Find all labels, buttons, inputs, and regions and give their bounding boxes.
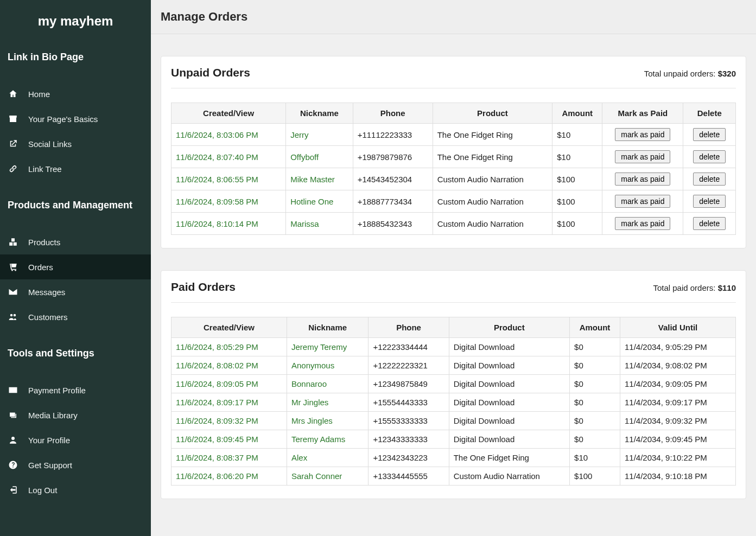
card-header: Unpaid Orders Total unpaid orders: $320 (171, 66, 736, 88)
order-amount: $10 (570, 449, 620, 467)
unpaid-total-label: Total unpaid orders: (644, 69, 718, 78)
order-phone: +12343333333 (369, 430, 449, 449)
order-phone: +19879879876 (353, 146, 433, 168)
delete-button[interactable]: delete (693, 150, 726, 163)
order-valid-until: 11/4/2034, 9:09:17 PM (620, 393, 735, 412)
users-icon (8, 311, 18, 322)
order-valid-until: 11/4/2034, 9:09:05 PM (620, 375, 735, 393)
order-nickname-link[interactable]: Mike Master (286, 168, 353, 190)
column-header: Mark as Paid (602, 103, 683, 124)
sidebar-item-home[interactable]: Home (0, 81, 151, 106)
order-product: The One Fidget Ring (449, 449, 569, 467)
delete-button[interactable]: delete (693, 173, 726, 186)
mark-as-paid-button[interactable]: mark as paid (615, 173, 670, 186)
order-phone: +13334445555 (369, 467, 449, 486)
main: Manage Orders Unpaid Orders Total unpaid… (151, 0, 756, 536)
order-created-link[interactable]: 11/6/2024, 8:09:58 PM (171, 190, 286, 213)
table-row: 11/6/2024, 8:06:55 PMMike Master+1454345… (171, 168, 736, 190)
card-header: Paid Orders Total paid orders: $110 (171, 280, 736, 303)
topbar: Manage Orders (151, 0, 756, 34)
sidebar-item-products[interactable]: Products (0, 229, 151, 254)
sidebar-item-log-out[interactable]: Log Out (0, 477, 151, 502)
table-row: 11/6/2024, 8:03:06 PMJerry+11112223333Th… (171, 124, 736, 146)
table-row: 11/6/2024, 8:10:14 PMMarissa+18885432343… (171, 213, 736, 235)
nav-item-label: Payment Profile (28, 386, 86, 395)
mark-cell: mark as paid (602, 168, 683, 190)
logout-icon (8, 484, 18, 495)
order-product: Custom Audio Narration (433, 168, 552, 190)
order-created-link[interactable]: 11/6/2024, 8:09:32 PM (171, 412, 287, 430)
delete-cell: delete (683, 213, 736, 235)
order-nickname-link[interactable]: Teremy Adams (287, 430, 368, 449)
table-row: 11/6/2024, 8:07:40 PMOffyboff+1987987987… (171, 146, 736, 168)
mark-as-paid-button[interactable]: mark as paid (615, 195, 670, 208)
order-created-link[interactable]: 11/6/2024, 8:08:02 PM (171, 356, 287, 375)
nav-item-label: Products (28, 238, 60, 247)
order-created-link[interactable]: 11/6/2024, 8:09:17 PM (171, 393, 287, 412)
delete-button[interactable]: delete (693, 217, 726, 230)
nav-item-label: Media Library (28, 411, 78, 420)
order-nickname-link[interactable]: Jeremy Teremy (287, 338, 368, 356)
order-amount: $0 (570, 375, 620, 393)
sidebar-item-payment-profile[interactable]: Payment Profile (0, 378, 151, 403)
order-nickname-link[interactable]: Offyboff (286, 146, 353, 168)
card-icon (8, 385, 18, 395)
order-nickname-link[interactable]: Jerry (286, 124, 353, 146)
nav-item-label: Social Links (28, 139, 72, 149)
mark-as-paid-button[interactable]: mark as paid (615, 150, 670, 163)
nav-item-label: Customers (28, 312, 68, 322)
table-row: 11/6/2024, 8:06:20 PMSarah Conner+133344… (171, 467, 736, 486)
order-created-link[interactable]: 11/6/2024, 8:09:45 PM (171, 430, 287, 449)
table-row: 11/6/2024, 8:09:58 PMHotline One+1888777… (171, 190, 736, 213)
order-phone: +18887773434 (353, 190, 433, 213)
order-nickname-link[interactable]: Hotline One (286, 190, 353, 213)
mark-cell: mark as paid (602, 146, 683, 168)
table-row: 11/6/2024, 8:08:37 PMAlex+12342343223The… (171, 449, 736, 467)
order-created-link[interactable]: 11/6/2024, 8:09:05 PM (171, 375, 287, 393)
order-amount: $100 (552, 190, 602, 213)
sidebar-item-get-support[interactable]: Get Support (0, 452, 151, 477)
sidebar-item-messages[interactable]: Messages (0, 279, 151, 304)
order-created-link[interactable]: 11/6/2024, 8:06:55 PM (171, 168, 286, 190)
order-created-link[interactable]: 11/6/2024, 8:07:40 PM (171, 146, 286, 168)
unpaid-title: Unpaid Orders (171, 66, 250, 79)
paid-title: Paid Orders (171, 280, 236, 293)
unpaid-orders-card: Unpaid Orders Total unpaid orders: $320 … (161, 56, 746, 248)
sidebar-item-your-profile[interactable]: Your Profile (0, 427, 151, 452)
sidebar-item-media-library[interactable]: Media Library (0, 403, 151, 427)
column-header: Amount (570, 317, 620, 338)
table-row: 11/6/2024, 8:08:02 PMAnonymous+122222233… (171, 356, 736, 375)
order-nickname-link[interactable]: Sarah Conner (287, 467, 368, 486)
order-product: Digital Download (449, 393, 569, 412)
delete-button[interactable]: delete (693, 195, 726, 208)
order-product: Custom Audio Narration (433, 213, 552, 235)
sidebar-item-customers[interactable]: Customers (0, 304, 151, 329)
order-nickname-link[interactable]: Mrs Jingles (287, 412, 368, 430)
order-product: Digital Download (449, 375, 569, 393)
order-nickname-link[interactable]: Anonymous (287, 356, 368, 375)
nav-item-label: Get Support (28, 461, 72, 470)
mark-as-paid-button[interactable]: mark as paid (615, 217, 670, 230)
sidebar-item-link-tree[interactable]: Link Tree (0, 156, 151, 181)
sidebar-item-your-page-s-basics[interactable]: Your Page's Basics (0, 106, 151, 131)
nav-item-label: Your Profile (28, 436, 70, 445)
sidebar-item-social-links[interactable]: Social Links (0, 131, 151, 156)
order-created-link[interactable]: 11/6/2024, 8:06:20 PM (171, 467, 287, 486)
order-created-link[interactable]: 11/6/2024, 8:03:06 PM (171, 124, 286, 146)
order-created-link[interactable]: 11/6/2024, 8:08:37 PM (171, 449, 287, 467)
mark-as-paid-button[interactable]: mark as paid (615, 128, 670, 141)
order-phone: +18885432343 (353, 213, 433, 235)
delete-button[interactable]: delete (693, 128, 726, 141)
order-created-link[interactable]: 11/6/2024, 8:10:14 PM (171, 213, 286, 235)
sidebar-item-orders[interactable]: Orders (0, 254, 151, 279)
order-nickname-link[interactable]: Mr Jingles (287, 393, 368, 412)
column-header: Created/View (171, 317, 287, 338)
order-amount: $0 (570, 338, 620, 356)
delete-cell: delete (683, 146, 736, 168)
order-nickname-link[interactable]: Marissa (286, 213, 353, 235)
order-nickname-link[interactable]: Bonnaroo (287, 375, 368, 393)
order-nickname-link[interactable]: Alex (287, 449, 368, 467)
order-phone: +12222223321 (369, 356, 449, 375)
column-header: Phone (369, 317, 449, 338)
order-created-link[interactable]: 11/6/2024, 8:05:29 PM (171, 338, 287, 356)
